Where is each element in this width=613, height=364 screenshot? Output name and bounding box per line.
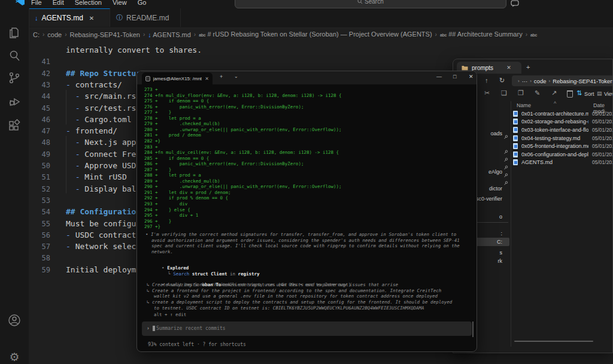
editor-line[interactable]: 52 - Display bala: [29, 183, 141, 195]
source-control-icon[interactable]: [7, 71, 22, 85]
extensions-icon[interactable]: [7, 119, 22, 133]
file-row[interactable]: 0x01-contract-architecture.md05/01/202: [513, 110, 613, 118]
run-debug-icon[interactable]: [7, 95, 22, 109]
terminal-code-line: 293 + div: [144, 201, 187, 207]
settings-gear-icon[interactable]: ⚙: [7, 350, 22, 364]
maximize-icon[interactable]: □: [453, 74, 456, 80]
file-row[interactable]: 0x04-testing-strategy.md05/01/202: [513, 134, 613, 142]
editor-line[interactable]: 48 - Next.js app: [29, 136, 136, 148]
up-icon[interactable]: ↑: [485, 77, 488, 84]
terminal-code-line: 292 + if prod % denom == 0 {: [144, 195, 228, 201]
terminal-titlebar[interactable]: james@AlienX15: /mnt/c/cod ✕ + ⌄ — □ ✕: [137, 71, 477, 84]
markdown-file-icon: ↓: [148, 31, 151, 38]
editor-line[interactable]: 42## Repo Structur: [29, 68, 141, 79]
vscode-logo-icon: [16, 0, 25, 5]
column-name[interactable]: Name: [517, 102, 531, 108]
editor-line[interactable]: 51 - Mint rUSD: [29, 171, 127, 183]
editor-line[interactable]: 58: [29, 252, 66, 263]
breadcrumb-item[interactable]: ↓ AGENTS.md: [148, 28, 191, 42]
breadcrumb-item[interactable]: C:: [33, 28, 40, 42]
editor-line[interactable]: 49 - Connect Fre: [29, 148, 136, 160]
editor-line[interactable]: 46 - Cargo.toml: [29, 114, 132, 125]
editor-line[interactable]: 45 - src/test.rs: [29, 102, 136, 114]
tab-dropdown-icon[interactable]: ⌄: [234, 74, 238, 79]
editor-line[interactable]: 57- Network selec: [29, 241, 136, 252]
sort-icon[interactable]: ⇅: [576, 89, 582, 97]
terminal-code-line: 274 +fn mul_div_floor(env: &Env, a: i128…: [144, 93, 342, 99]
new-tab-icon[interactable]: +: [526, 63, 530, 71]
file-row[interactable]: 0x02-storage-and-rebasing-math.md05/01/2…: [513, 118, 613, 126]
copy-icon[interactable]: ❏: [501, 89, 507, 97]
close-icon[interactable]: ✕: [469, 74, 474, 80]
address-bar[interactable]: › ··· › code › Rebasing-SEP41-Token › p: [512, 75, 613, 86]
line-text: - Display bala: [66, 184, 141, 193]
file-date: 05/01/202: [592, 127, 613, 133]
file-row[interactable]: 0x05-frontend-integration.md05/01/202: [513, 142, 613, 150]
editor-line[interactable]: 53: [29, 195, 66, 206]
view-icon[interactable]: ▤: [597, 90, 602, 96]
chevron-right-icon: ›: [526, 28, 527, 42]
editor-line[interactable]: 54## Configuratio: [29, 206, 136, 217]
editor-line[interactable]: 59Initial deploym: [29, 264, 136, 275]
refresh-icon[interactable]: ↻: [499, 77, 505, 84]
line-text: - src/main.rs: [66, 92, 136, 101]
terminal-tab[interactable]: james@AlienX15: /mnt/c/cod ✕: [142, 72, 213, 84]
line-text: - frontend/: [66, 126, 117, 135]
breadcrumb-item[interactable]: abc: [530, 28, 537, 42]
view-button[interactable]: View: [604, 91, 613, 97]
wsl-tab-icon: [145, 76, 150, 81]
paste-icon[interactable]: ❐: [518, 89, 524, 97]
file-row[interactable]: 0x06-configuration-and-deploy.md05/01/20…: [513, 150, 613, 159]
editor-line[interactable]: 43- contracts/: [29, 79, 122, 90]
menu-view[interactable]: View: [113, 0, 127, 7]
explorer-files-icon[interactable]: [7, 26, 22, 40]
share-icon[interactable]: ↗: [551, 89, 557, 97]
sort-button[interactable]: Sort: [584, 91, 594, 97]
command-center-search[interactable]: Search: [235, 0, 506, 8]
breadcrumb-item[interactable]: Rebasing-SEP41-Token: [70, 28, 140, 42]
explorer-tab-label: prompts: [472, 65, 493, 71]
pin-icon: [503, 177, 508, 182]
cut-icon[interactable]: ✂: [484, 89, 490, 97]
terminal-prompt-input[interactable]: › Summarize recent commits: [142, 321, 472, 336]
breadcrumb-item[interactable]: abc ## Architecture Summary: [440, 28, 523, 42]
file-date: 05/01/202: [592, 143, 613, 149]
activity-bar: ⚙: [0, 8, 29, 364]
menu-go[interactable]: Go: [138, 0, 147, 7]
editor-line[interactable]: internally convert to shares.: [29, 44, 202, 56]
address-ellipsis[interactable]: ···: [522, 78, 528, 84]
menu-selection[interactable]: Selection: [75, 0, 102, 7]
markdown-file-icon: ↓: [35, 14, 38, 22]
horizontal-scrollbar[interactable]: [514, 341, 593, 342]
tab-agents-md[interactable]: ↓ AGENTS.md ✕: [29, 8, 110, 27]
pane-divider: [511, 101, 511, 347]
rename-icon[interactable]: ✎: [535, 89, 540, 97]
close-icon[interactable]: ✕: [506, 65, 511, 71]
tab-readme-md[interactable]: ⓘ README.md: [110, 8, 181, 27]
editor-line[interactable]: 41: [29, 56, 66, 67]
editor-line[interactable]: 47- frontend/: [29, 125, 117, 136]
menu-edit[interactable]: Edit: [53, 0, 64, 7]
accounts-icon[interactable]: [7, 313, 22, 327]
editor-line[interactable]: 50 - Approve USDC: [29, 160, 141, 171]
search-sidebar-icon[interactable]: [7, 48, 22, 63]
close-icon[interactable]: ✕: [89, 15, 94, 22]
address-crumb[interactable]: code: [534, 78, 547, 84]
delete-trash-icon[interactable]: [567, 90, 573, 98]
editor-line[interactable]: 56- USDC contract: [29, 229, 136, 241]
text-cursor: [153, 326, 155, 331]
new-tab-icon[interactable]: +: [220, 74, 223, 80]
editor-line[interactable]: 55Must be configu: [29, 218, 136, 229]
breadcrumb-item[interactable]: abc # rUSD Rebasing Token on Stellar (So…: [199, 28, 432, 42]
terminal-code-line: 276 + panic_with_error!(env, Error::Divi…: [144, 104, 304, 110]
breadcrumb-item[interactable]: code: [47, 28, 62, 42]
menu-file[interactable]: File: [31, 0, 42, 7]
address-crumb[interactable]: Rebasing-SEP41-Token: [553, 78, 613, 84]
line-number: 51: [32, 172, 50, 183]
minimize-icon[interactable]: —: [436, 74, 442, 80]
terminal-scrollbar[interactable]: [472, 321, 474, 337]
close-icon[interactable]: ✕: [205, 76, 209, 81]
file-row[interactable]: AGENTS.md05/01/202: [513, 159, 613, 167]
file-row[interactable]: 0x03-token-interface-and-flows.md05/01/2…: [513, 126, 613, 134]
editor-line[interactable]: 44 - src/main.rs: [29, 90, 136, 102]
